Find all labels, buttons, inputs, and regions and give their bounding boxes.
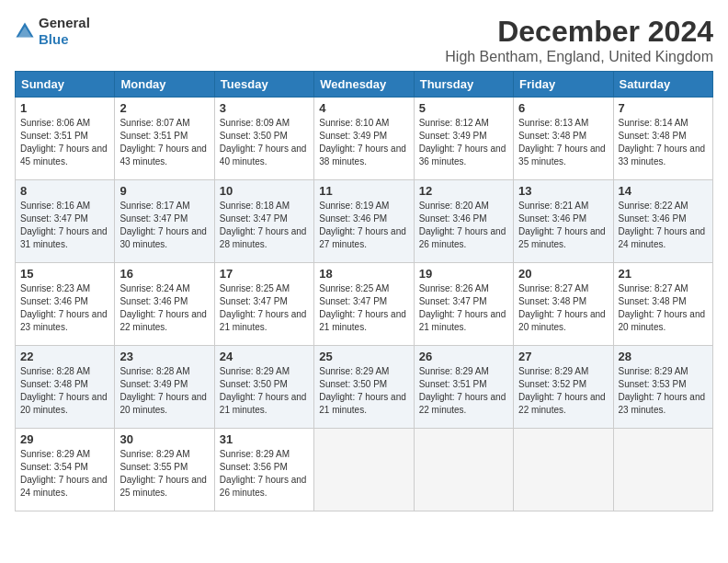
table-row: [314, 429, 414, 511]
logo-icon: [15, 21, 35, 41]
table-row: 4 Sunrise: 8:10 AMSunset: 3:49 PMDayligh…: [314, 98, 414, 180]
week-row-3: 15 Sunrise: 8:23 AMSunset: 3:46 PMDaylig…: [16, 263, 713, 346]
cell-info: Sunrise: 8:18 AMSunset: 3:47 PMDaylight:…: [220, 201, 307, 249]
day-number: 7: [619, 101, 708, 115]
col-saturday: Saturday: [613, 72, 712, 98]
cell-info: Sunrise: 8:29 AMSunset: 3:55 PMDaylight:…: [119, 449, 207, 498]
table-row: 30 Sunrise: 8:29 AMSunset: 3:55 PMDaylig…: [115, 429, 214, 511]
table-row: 19 Sunrise: 8:26 AMSunset: 3:47 PMDaylig…: [414, 263, 513, 346]
day-number: 20: [518, 267, 608, 281]
title-area: December 2024 High Bentham, England, Uni…: [445, 15, 713, 65]
cell-info: Sunrise: 8:28 AMSunset: 3:48 PMDaylight:…: [20, 366, 108, 415]
table-row: 16 Sunrise: 8:24 AMSunset: 3:46 PMDaylig…: [115, 263, 214, 346]
table-row: [613, 429, 712, 511]
table-row: 3 Sunrise: 8:09 AMSunset: 3:50 PMDayligh…: [214, 98, 313, 180]
cell-info: Sunrise: 8:25 AMSunset: 3:47 PMDaylight:…: [319, 283, 406, 332]
table-row: 13 Sunrise: 8:21 AMSunset: 3:46 PMDaylig…: [514, 180, 613, 263]
col-wednesday: Wednesday: [314, 72, 414, 98]
day-number: 10: [220, 184, 309, 198]
table-row: 1 Sunrise: 8:06 AMSunset: 3:51 PMDayligh…: [16, 98, 115, 180]
table-row: 15 Sunrise: 8:23 AMSunset: 3:46 PMDaylig…: [16, 263, 115, 346]
day-number: 29: [20, 432, 109, 446]
table-row: 24 Sunrise: 8:29 AMSunset: 3:50 PMDaylig…: [214, 346, 313, 429]
day-number: 8: [20, 184, 109, 198]
header: General Blue December 2024 High Bentham,…: [15, 15, 713, 65]
table-row: 28 Sunrise: 8:29 AMSunset: 3:53 PMDaylig…: [613, 346, 712, 429]
day-number: 1: [20, 101, 109, 115]
table-row: 25 Sunrise: 8:29 AMSunset: 3:50 PMDaylig…: [314, 346, 414, 429]
cell-info: Sunrise: 8:29 AMSunset: 3:51 PMDaylight:…: [419, 366, 506, 415]
cell-info: Sunrise: 8:27 AMSunset: 3:48 PMDaylight:…: [619, 283, 706, 332]
cell-info: Sunrise: 8:28 AMSunset: 3:49 PMDaylight:…: [119, 366, 207, 415]
col-sunday: Sunday: [16, 72, 115, 98]
table-row: [414, 429, 513, 511]
table-row: 9 Sunrise: 8:17 AMSunset: 3:47 PMDayligh…: [115, 180, 214, 263]
day-number: 22: [20, 350, 109, 363]
table-row: 22 Sunrise: 8:28 AMSunset: 3:48 PMDaylig…: [16, 346, 115, 429]
col-tuesday: Tuesday: [214, 72, 313, 98]
logo-text: General Blue: [39, 15, 90, 48]
day-number: 24: [220, 350, 309, 363]
cell-info: Sunrise: 8:26 AMSunset: 3:47 PMDaylight:…: [419, 283, 506, 332]
day-number: 30: [119, 432, 209, 446]
table-row: 29 Sunrise: 8:29 AMSunset: 3:54 PMDaylig…: [16, 429, 115, 511]
day-number: 27: [518, 350, 608, 363]
day-number: 9: [119, 184, 209, 198]
table-row: 11 Sunrise: 8:19 AMSunset: 3:46 PMDaylig…: [314, 180, 414, 263]
col-monday: Monday: [115, 72, 214, 98]
day-number: 17: [220, 267, 309, 281]
cell-info: Sunrise: 8:22 AMSunset: 3:46 PMDaylight:…: [619, 201, 706, 249]
calendar-table: Sunday Monday Tuesday Wednesday Thursday…: [15, 71, 713, 511]
logo: General Blue: [15, 15, 90, 48]
cell-info: Sunrise: 8:29 AMSunset: 3:52 PMDaylight:…: [518, 366, 606, 415]
main-title: December 2024: [445, 15, 713, 49]
cell-info: Sunrise: 8:29 AMSunset: 3:56 PMDaylight:…: [220, 449, 307, 498]
table-row: 10 Sunrise: 8:18 AMSunset: 3:47 PMDaylig…: [214, 180, 313, 263]
week-row-4: 22 Sunrise: 8:28 AMSunset: 3:48 PMDaylig…: [16, 346, 713, 429]
table-row: 17 Sunrise: 8:25 AMSunset: 3:47 PMDaylig…: [214, 263, 313, 346]
col-thursday: Thursday: [414, 72, 513, 98]
table-row: 2 Sunrise: 8:07 AMSunset: 3:51 PMDayligh…: [115, 98, 214, 180]
cell-info: Sunrise: 8:14 AMSunset: 3:48 PMDaylight:…: [619, 118, 706, 167]
cell-info: Sunrise: 8:25 AMSunset: 3:47 PMDaylight:…: [220, 283, 307, 332]
cell-info: Sunrise: 8:12 AMSunset: 3:49 PMDaylight:…: [419, 118, 506, 167]
day-number: 19: [419, 267, 508, 281]
cell-info: Sunrise: 8:09 AMSunset: 3:50 PMDaylight:…: [220, 118, 307, 167]
header-row: Sunday Monday Tuesday Wednesday Thursday…: [16, 72, 713, 98]
table-row: 26 Sunrise: 8:29 AMSunset: 3:51 PMDaylig…: [414, 346, 513, 429]
day-number: 15: [20, 267, 109, 281]
day-number: 4: [319, 101, 408, 115]
cell-info: Sunrise: 8:06 AMSunset: 3:51 PMDaylight:…: [20, 118, 108, 167]
cell-info: Sunrise: 8:10 AMSunset: 3:49 PMDaylight:…: [319, 118, 406, 167]
week-row-5: 29 Sunrise: 8:29 AMSunset: 3:54 PMDaylig…: [16, 429, 713, 511]
day-number: 3: [220, 101, 309, 115]
table-row: 27 Sunrise: 8:29 AMSunset: 3:52 PMDaylig…: [514, 346, 613, 429]
cell-info: Sunrise: 8:29 AMSunset: 3:53 PMDaylight:…: [619, 366, 706, 415]
col-friday: Friday: [514, 72, 613, 98]
cell-info: Sunrise: 8:24 AMSunset: 3:46 PMDaylight:…: [119, 283, 207, 332]
cell-info: Sunrise: 8:29 AMSunset: 3:50 PMDaylight:…: [220, 366, 307, 415]
day-number: 25: [319, 350, 408, 363]
cell-info: Sunrise: 8:23 AMSunset: 3:46 PMDaylight:…: [20, 283, 108, 332]
table-row: 8 Sunrise: 8:16 AMSunset: 3:47 PMDayligh…: [16, 180, 115, 263]
day-number: 28: [619, 350, 708, 363]
table-row: 7 Sunrise: 8:14 AMSunset: 3:48 PMDayligh…: [613, 98, 712, 180]
day-number: 2: [119, 101, 209, 115]
day-number: 18: [319, 267, 408, 281]
table-row: 6 Sunrise: 8:13 AMSunset: 3:48 PMDayligh…: [514, 98, 613, 180]
day-number: 14: [619, 184, 708, 198]
day-number: 23: [119, 350, 209, 363]
cell-info: Sunrise: 8:13 AMSunset: 3:48 PMDaylight:…: [518, 118, 606, 167]
cell-info: Sunrise: 8:21 AMSunset: 3:46 PMDaylight:…: [518, 201, 606, 249]
cell-info: Sunrise: 8:29 AMSunset: 3:50 PMDaylight:…: [319, 366, 406, 415]
day-number: 21: [619, 267, 708, 281]
day-number: 13: [518, 184, 608, 198]
subtitle: High Bentham, England, United Kingdom: [445, 49, 713, 65]
table-row: 21 Sunrise: 8:27 AMSunset: 3:48 PMDaylig…: [613, 263, 712, 346]
logo-blue: Blue: [39, 31, 69, 47]
logo-general: General: [39, 15, 90, 30]
cell-info: Sunrise: 8:20 AMSunset: 3:46 PMDaylight:…: [419, 201, 506, 249]
table-row: 5 Sunrise: 8:12 AMSunset: 3:49 PMDayligh…: [414, 98, 513, 180]
cell-info: Sunrise: 8:07 AMSunset: 3:51 PMDaylight:…: [119, 118, 207, 167]
table-row: 12 Sunrise: 8:20 AMSunset: 3:46 PMDaylig…: [414, 180, 513, 263]
